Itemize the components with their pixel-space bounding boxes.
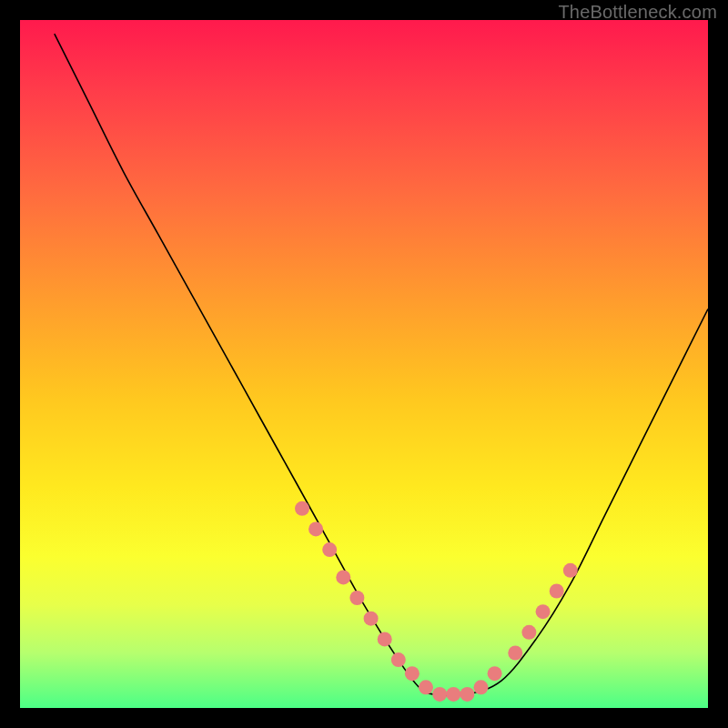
highlight-dot xyxy=(295,501,309,516)
highlight-dot xyxy=(460,687,474,702)
highlight-dot xyxy=(378,632,392,646)
highlight-dot xyxy=(391,652,406,667)
highlight-dot xyxy=(364,612,379,626)
highlight-dot xyxy=(474,680,489,694)
highlight-dot xyxy=(488,666,502,681)
highlight-dot xyxy=(508,646,522,661)
highlight-dot xyxy=(521,625,536,640)
highlight-dot xyxy=(308,521,323,536)
chart-svg xyxy=(20,20,708,708)
highlight-dot xyxy=(405,666,420,681)
chart-plot-area xyxy=(20,20,708,708)
highlight-dot xyxy=(336,570,350,584)
highlight-markers xyxy=(295,501,578,702)
highlight-dot xyxy=(446,687,460,702)
highlight-dot xyxy=(550,584,564,599)
bottleneck-curve-path xyxy=(55,34,708,695)
highlight-dot xyxy=(322,542,337,557)
highlight-dot xyxy=(419,680,433,694)
highlight-dot xyxy=(563,563,578,578)
highlight-dot xyxy=(536,604,551,619)
highlight-dot xyxy=(349,591,364,605)
highlight-dot xyxy=(432,687,447,702)
